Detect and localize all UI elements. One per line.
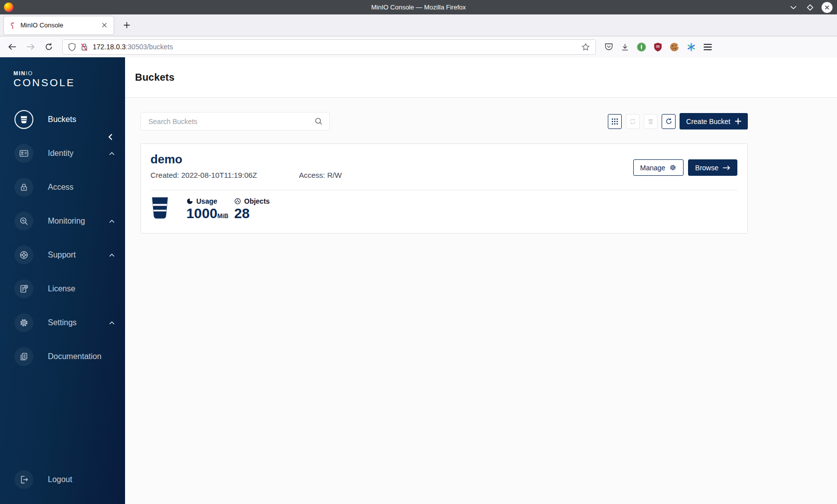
- bucket-card-demo[interactable]: demo Created: 2022-08-10T11:19:06Z Acces…: [140, 143, 748, 234]
- usage-unit: MiB: [217, 213, 228, 220]
- create-bucket-button[interactable]: Create Bucket: [680, 113, 748, 129]
- sidebar-item-label: Support: [48, 251, 76, 259]
- bucket-created-label: Created: 2022-08-10T11:19:06Z: [150, 171, 299, 179]
- window-minimize-button[interactable]: [788, 2, 799, 13]
- page-title: Buckets: [135, 72, 174, 83]
- gear-icon: [14, 313, 33, 332]
- objects-label: Objects: [244, 197, 270, 205]
- create-bucket-label: Create Bucket: [686, 118, 730, 126]
- pocket-icon[interactable]: [604, 42, 613, 51]
- insecure-lock-icon[interactable]: [80, 43, 88, 51]
- sidebar-item-buckets[interactable]: Buckets: [0, 103, 125, 136]
- replication-icon: [629, 118, 636, 125]
- sidebar-item-license[interactable]: License: [0, 272, 125, 306]
- menu-hamburger-icon[interactable]: [703, 44, 712, 50]
- url-path: :30503/buckets: [126, 43, 173, 51]
- chevron-up-icon[interactable]: [109, 253, 115, 257]
- sidebar-item-label: Buckets: [48, 115, 76, 124]
- manage-label: Manage: [640, 164, 666, 172]
- bucket-icon: [14, 110, 33, 129]
- objects-value: 28: [234, 206, 250, 221]
- tab-title: MinIO Console: [20, 21, 99, 29]
- objects-metric: Objects 28: [234, 196, 270, 222]
- firefox-logo-icon: [4, 2, 13, 12]
- forward-button[interactable]: [23, 39, 38, 54]
- logout-icon: [14, 470, 33, 489]
- logo-min: MIN: [13, 70, 26, 76]
- minio-flamingo-favicon-icon: [8, 21, 16, 29]
- url-text: 172.18.0.3:30503/buckets: [93, 43, 173, 51]
- tracking-shield-icon[interactable]: [68, 43, 76, 51]
- window-title: MinIO Console — Mozilla Firefox: [0, 3, 837, 11]
- chevron-up-icon[interactable]: [109, 220, 115, 223]
- browse-button[interactable]: Browse: [688, 159, 737, 176]
- browser-tab-minio-console[interactable]: MinIO Console: [4, 16, 114, 34]
- logo-console: CONSOLE: [13, 77, 125, 88]
- grid-view-icon: [611, 118, 618, 125]
- sidebar-item-documentation[interactable]: Documentation: [0, 340, 125, 374]
- plus-icon: [735, 118, 741, 125]
- identity-card-icon: [14, 144, 33, 163]
- browser-tab-strip: MinIO Console: [0, 14, 837, 36]
- tab-close-icon[interactable]: [99, 20, 109, 30]
- sidebar-item-label: Settings: [48, 318, 77, 327]
- monitoring-icon: [14, 212, 33, 231]
- extension-shield-icon[interactable]: [654, 42, 662, 52]
- buckets-actions-row: Create Bucket: [140, 112, 748, 130]
- sidebar: MINIO CONSOLE Buckets Identity: [0, 57, 125, 504]
- gear-icon: [669, 164, 677, 171]
- usage-metric: Usage 1000MiB: [186, 196, 234, 222]
- sidebar-nav: Buckets Identity Access: [0, 103, 125, 374]
- documentation-icon: [14, 347, 33, 366]
- arrow-right-icon: [722, 165, 730, 171]
- lifebuoy-icon: [14, 246, 33, 264]
- usage-value: 1000: [186, 206, 217, 221]
- usage-pie-icon: [186, 198, 193, 205]
- sidebar-item-identity[interactable]: Identity: [0, 136, 125, 170]
- url-bar[interactable]: 172.18.0.3:30503/buckets: [62, 39, 596, 55]
- sidebar-item-access[interactable]: Access: [0, 170, 125, 204]
- browse-label: Browse: [695, 164, 718, 172]
- delete-buckets-button: [644, 114, 658, 129]
- downloads-icon[interactable]: [621, 43, 629, 51]
- sidebar-item-label: Monitoring: [48, 217, 85, 226]
- license-icon: [14, 279, 33, 298]
- extension-asterisk-icon[interactable]: [687, 42, 696, 52]
- minio-console-logo: MINIO CONSOLE: [0, 57, 125, 88]
- sidebar-item-monitoring[interactable]: Monitoring: [0, 204, 125, 238]
- sidebar-item-logout[interactable]: Logout: [0, 463, 125, 497]
- sidebar-item-support[interactable]: Support: [0, 238, 125, 272]
- lock-icon: [14, 178, 33, 197]
- extension-green-icon[interactable]: [637, 42, 646, 52]
- bucket-name[interactable]: demo: [150, 152, 342, 166]
- extension-cookie-icon[interactable]: [670, 42, 679, 52]
- sidebar-item-label: Access: [48, 183, 74, 192]
- chevron-up-icon[interactable]: [109, 321, 115, 325]
- sidebar-item-settings[interactable]: Settings: [0, 306, 125, 340]
- reload-button[interactable]: [41, 39, 56, 54]
- objects-icon: [234, 198, 241, 205]
- window-titlebar: MinIO Console — Mozilla Firefox: [0, 0, 837, 14]
- bucket-access-label: Access: R/W: [299, 171, 342, 179]
- main-area: Buckets: [125, 57, 837, 504]
- logo-io: IO: [26, 70, 33, 76]
- bucket-large-icon: [150, 196, 170, 220]
- refresh-icon: [665, 118, 673, 125]
- search-input[interactable]: [147, 117, 314, 126]
- new-tab-button[interactable]: [120, 18, 134, 32]
- sidebar-item-label: License: [48, 284, 75, 293]
- sidebar-item-label: Identity: [48, 149, 74, 158]
- window-close-button[interactable]: [822, 2, 833, 13]
- manage-button[interactable]: Manage: [633, 159, 684, 176]
- sidebar-item-label: Documentation: [48, 352, 102, 361]
- browser-toolbar: 172.18.0.3:30503/buckets: [0, 36, 837, 57]
- search-box[interactable]: [140, 112, 330, 130]
- chevron-up-icon[interactable]: [109, 152, 115, 155]
- refresh-button[interactable]: [662, 114, 676, 129]
- grid-view-button[interactable]: [608, 114, 622, 129]
- page-header: Buckets: [125, 57, 837, 98]
- back-button[interactable]: [4, 39, 19, 54]
- window-maximize-button[interactable]: [805, 2, 816, 13]
- bookmark-star-icon[interactable]: [581, 43, 590, 51]
- usage-label: Usage: [196, 197, 217, 205]
